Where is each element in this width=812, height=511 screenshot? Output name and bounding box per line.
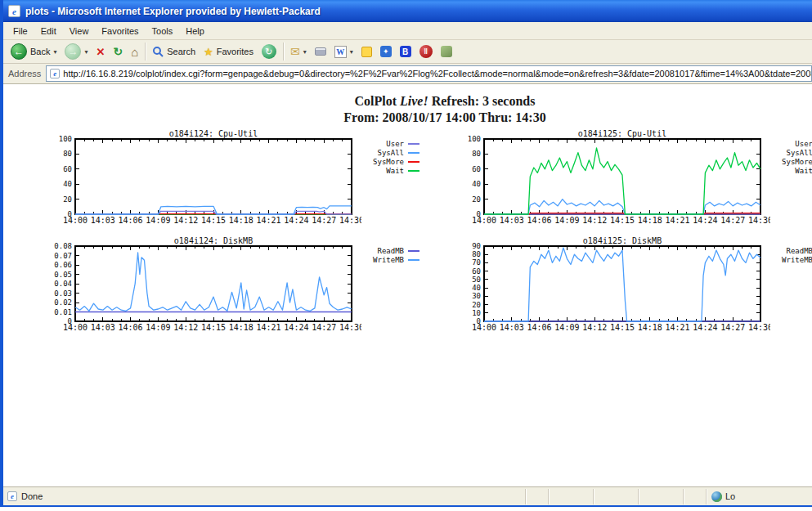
home-button[interactable]: ⌂ [127,43,142,61]
title-bar[interactable]: e plots - Microsoft Internet Explorer pr… [3,0,812,22]
stop-button[interactable]: ✕ [92,44,110,60]
address-input[interactable]: e http://16.16.8.219/colplot/index.cgi?f… [46,65,812,82]
menu-view[interactable]: View [63,24,96,38]
svg-text:o184i125: Cpu-Util: o184i125: Cpu-Util [578,129,666,138]
ie-page-icon: e [8,5,20,17]
discuss-button[interactable] [357,45,376,59]
svg-text:80: 80 [63,150,72,158]
legend-item: ReadMB [770,246,812,255]
menu-file[interactable]: File [7,24,34,38]
hp-support-button[interactable] [437,44,456,59]
svg-text:14:00: 14:00 [63,323,87,332]
legend-label: User [361,140,404,148]
search-button[interactable]: Search [148,44,200,59]
status-pane [525,489,548,504]
ie-page-icon: e [7,491,17,501]
status-pane [638,489,683,504]
messenger-button[interactable]: B [396,44,415,59]
svg-text:14:24: 14:24 [284,323,308,332]
svg-text:14:15: 14:15 [201,216,226,225]
svg-text:14:15: 14:15 [610,323,635,332]
back-label: Back [30,47,50,56]
refresh-button[interactable]: ↻ [109,43,127,60]
forward-icon: → [65,43,81,60]
status-pane [683,489,706,504]
word-icon: W [334,46,347,58]
toolbar-separator [145,43,146,61]
forward-dropdown-icon[interactable]: ▾ [84,48,87,56]
svg-text:14:21: 14:21 [257,323,281,332]
legend-label: ReadMB [361,247,404,255]
legend-disk-o184i124: ReadMBWriteMB [361,236,419,334]
svg-text:14:30: 14:30 [339,216,361,225]
svg-text:14:09: 14:09 [146,216,170,225]
legend-line-swatch [408,170,419,172]
svg-text:14:00: 14:00 [472,323,496,332]
svg-text:14:24: 14:24 [693,216,717,225]
svg-text:100: 100 [59,135,72,143]
svg-text:20: 20 [472,195,481,204]
menu-tools[interactable]: Tools [146,24,180,38]
page-title-live: Live! [400,94,428,108]
svg-text:14:18: 14:18 [229,323,253,332]
menu-favorites[interactable]: Favorites [95,24,145,38]
pause-button[interactable]: ‖ [415,43,437,60]
edit-dropdown-icon[interactable]: ▾ [350,48,353,56]
mail-dropdown-icon[interactable]: ▾ [303,48,307,56]
menu-edit[interactable]: Edit [34,24,63,38]
svg-text:14:03: 14:03 [500,323,524,332]
hp-support-icon [441,46,452,57]
svg-text:14:21: 14:21 [666,323,690,332]
svg-text:14:00: 14:00 [63,216,87,225]
back-dropdown-icon[interactable]: ▾ [53,48,56,56]
legend-line-swatch [408,152,419,154]
menu-help[interactable]: Help [179,24,211,38]
legend-label: ReadMB [770,247,812,255]
legend-item: Wait [770,166,812,175]
svg-text:14:27: 14:27 [312,323,336,332]
svg-text:14:00: 14:00 [472,216,496,225]
history-button[interactable]: ↻ [258,43,280,61]
legend-cpu-o184i124: UserSysAllSysMoreWait [361,129,419,227]
status-left: e Done [3,491,525,501]
print-button[interactable] [311,46,330,57]
svg-text:50: 50 [472,276,481,284]
browser-window: e plots - Microsoft Internet Explorer pr… [0,0,812,507]
svg-text:14:30: 14:30 [748,216,770,225]
svg-text:14:27: 14:27 [312,216,336,225]
mail-button[interactable]: ✉ ▾ [286,43,311,60]
back-button[interactable]: ← Back ▾ [7,42,61,61]
chart-diskmb-o184i125: 010203040506070809014:0014:0314:0614:091… [443,236,770,334]
research-button[interactable]: ✦ [376,44,396,59]
svg-text:14:24: 14:24 [693,323,717,332]
svg-text:14:12: 14:12 [582,216,607,225]
status-pane [593,489,638,504]
toolbar-separator [283,43,284,61]
chart-diskmb-o184i124: 00.010.020.030.040.050.060.070.0814:0014… [34,236,361,334]
window-title: plots - Microsoft Internet Explorer prov… [25,6,321,17]
svg-text:o184i125: DiskMB: o184i125: DiskMB [583,236,662,245]
svg-text:14:06: 14:06 [527,323,552,332]
svg-text:14:27: 14:27 [720,323,745,332]
svg-text:0.01: 0.01 [54,308,72,316]
svg-text:o184i124: DiskMB: o184i124: DiskMB [174,236,253,245]
chart-cell-cpu-o184i124: 02040608010014:0014:0314:0614:0914:1214:… [34,129,419,227]
svg-text:80: 80 [472,250,481,258]
svg-text:14:06: 14:06 [119,216,143,225]
messenger-icon: B [400,46,411,57]
chart-cell-disk-o184i124: 00.010.020.030.040.050.060.070.0814:0014… [34,236,419,334]
svg-text:10: 10 [472,309,481,317]
legend-label: SysAll [361,149,404,157]
svg-text:14:15: 14:15 [201,323,226,332]
svg-text:14:12: 14:12 [582,323,607,332]
favorites-button[interactable]: ★ Favorites [200,44,258,60]
svg-text:0.06: 0.06 [54,261,72,269]
edit-in-word-button[interactable]: W ▾ [330,44,357,60]
legend-disk-o184i125: ReadMBWriteMB [770,236,812,334]
svg-text:90: 90 [472,242,481,250]
legend-item: User [770,139,812,148]
svg-text:0.04: 0.04 [54,280,72,288]
search-label: Search [167,47,195,56]
svg-text:14:27: 14:27 [720,216,745,225]
forward-button[interactable]: → ▾ [61,42,92,61]
